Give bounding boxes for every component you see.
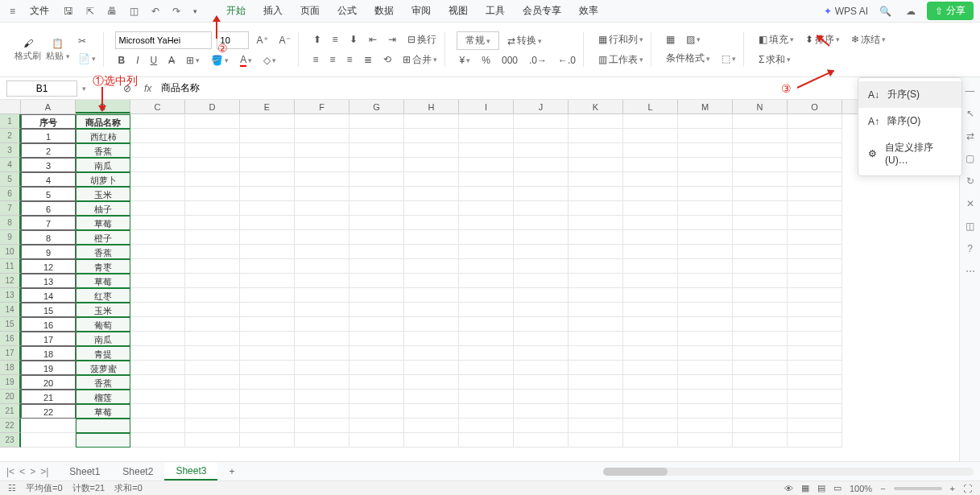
cell[interactable] bbox=[514, 288, 569, 303]
cell[interactable] bbox=[130, 158, 185, 172]
cell[interactable] bbox=[459, 346, 514, 361]
cell[interactable] bbox=[788, 433, 842, 448]
cell[interactable] bbox=[788, 216, 842, 230]
cell[interactable] bbox=[295, 216, 349, 230]
cell[interactable]: 16 bbox=[21, 317, 76, 332]
col-E[interactable]: E bbox=[240, 100, 295, 113]
cell[interactable] bbox=[295, 245, 349, 259]
cell[interactable] bbox=[185, 114, 240, 129]
cell[interactable] bbox=[295, 187, 349, 201]
cell[interactable] bbox=[185, 390, 240, 404]
cell[interactable] bbox=[514, 158, 569, 172]
cell[interactable]: 商品名称 bbox=[76, 114, 130, 129]
cell[interactable]: 序号 bbox=[21, 114, 76, 129]
cell[interactable] bbox=[130, 114, 185, 129]
cell[interactable] bbox=[459, 332, 514, 346]
cell[interactable] bbox=[569, 172, 623, 187]
orientation-icon[interactable]: ⟲ bbox=[380, 52, 395, 67]
cell[interactable] bbox=[514, 375, 569, 390]
cell[interactable] bbox=[569, 288, 623, 303]
clear-format-icon[interactable]: ◇▾ bbox=[260, 53, 279, 68]
cell[interactable] bbox=[349, 288, 404, 303]
cell[interactable] bbox=[349, 187, 404, 201]
cell[interactable] bbox=[788, 375, 842, 390]
cell[interactable] bbox=[623, 172, 678, 187]
cell[interactable] bbox=[678, 346, 733, 361]
font-name-select[interactable] bbox=[115, 31, 212, 49]
cell-style-icon[interactable]: ▨▾ bbox=[683, 32, 704, 47]
row-header[interactable]: 13 bbox=[0, 288, 21, 303]
cell[interactable] bbox=[404, 201, 459, 216]
cell[interactable] bbox=[514, 346, 569, 361]
row-header[interactable]: 6 bbox=[0, 187, 21, 201]
cell[interactable] bbox=[514, 332, 569, 346]
cell[interactable] bbox=[185, 129, 240, 143]
cell[interactable] bbox=[733, 419, 788, 433]
cell[interactable]: 榴莲 bbox=[76, 390, 130, 404]
row-header[interactable]: 15 bbox=[0, 317, 21, 332]
file-menu[interactable]: 文件 bbox=[25, 2, 54, 19]
cell[interactable] bbox=[733, 274, 788, 288]
cell[interactable]: 玉米 bbox=[76, 303, 130, 317]
cell[interactable] bbox=[569, 143, 623, 158]
cell[interactable] bbox=[349, 143, 404, 158]
col-M[interactable]: M bbox=[678, 100, 733, 113]
col-D[interactable]: D bbox=[185, 100, 240, 113]
cell[interactable] bbox=[788, 187, 842, 201]
cell[interactable] bbox=[569, 158, 623, 172]
cell[interactable] bbox=[404, 245, 459, 259]
cell[interactable] bbox=[678, 361, 733, 375]
cell[interactable] bbox=[733, 216, 788, 230]
cell[interactable] bbox=[404, 332, 459, 346]
cell[interactable] bbox=[295, 404, 349, 419]
cell[interactable] bbox=[733, 230, 788, 245]
cell[interactable] bbox=[295, 346, 349, 361]
strike-icon[interactable]: A̶ bbox=[165, 53, 178, 68]
cell[interactable] bbox=[404, 216, 459, 230]
cell[interactable] bbox=[404, 158, 459, 172]
cell[interactable] bbox=[459, 114, 514, 129]
cell[interactable] bbox=[459, 201, 514, 216]
cell[interactable] bbox=[295, 303, 349, 317]
cell[interactable] bbox=[623, 129, 678, 143]
cell[interactable] bbox=[678, 433, 733, 448]
cell[interactable] bbox=[678, 419, 733, 433]
cell[interactable] bbox=[788, 114, 842, 129]
wps-ai-button[interactable]: ✦WPS AI bbox=[824, 6, 868, 17]
sp-map-icon[interactable]: ◫ bbox=[966, 221, 974, 232]
tab-start[interactable]: 开始 bbox=[225, 1, 247, 21]
row-header[interactable]: 2 bbox=[0, 129, 21, 143]
cell[interactable] bbox=[788, 346, 842, 361]
cell[interactable] bbox=[240, 245, 295, 259]
cell[interactable] bbox=[569, 201, 623, 216]
undo-icon[interactable]: ↶ bbox=[148, 4, 163, 19]
cell[interactable]: 6 bbox=[21, 201, 76, 216]
cell[interactable] bbox=[130, 361, 185, 375]
cell[interactable]: 玉米 bbox=[76, 187, 130, 201]
cell[interactable] bbox=[459, 187, 514, 201]
cell[interactable] bbox=[514, 172, 569, 187]
row-header[interactable]: 10 bbox=[0, 245, 21, 259]
worksheet-button[interactable]: ▥ 工作表▾ bbox=[595, 52, 647, 68]
formula-input[interactable] bbox=[161, 80, 974, 97]
row-header[interactable]: 20 bbox=[0, 390, 21, 404]
cell[interactable] bbox=[404, 288, 459, 303]
row-header[interactable]: 17 bbox=[0, 346, 21, 361]
justify-icon[interactable]: ≣ bbox=[361, 52, 375, 67]
cell[interactable] bbox=[295, 332, 349, 346]
cell[interactable] bbox=[185, 419, 240, 433]
wrap-button[interactable]: ⊟ 换行 bbox=[404, 31, 440, 48]
menu-icon[interactable]: ≡ bbox=[6, 4, 19, 19]
number-format-select[interactable]: 常规 ▾ bbox=[457, 31, 499, 50]
cell[interactable] bbox=[733, 404, 788, 419]
row-header[interactable]: 22 bbox=[0, 419, 21, 433]
cell[interactable] bbox=[349, 201, 404, 216]
cell[interactable] bbox=[623, 346, 678, 361]
cell[interactable] bbox=[733, 114, 788, 129]
cell[interactable] bbox=[678, 259, 733, 274]
cell[interactable] bbox=[733, 172, 788, 187]
cell[interactable] bbox=[130, 317, 185, 332]
tab-insert[interactable]: 插入 bbox=[262, 1, 284, 21]
cell[interactable] bbox=[295, 433, 349, 448]
cell[interactable] bbox=[788, 158, 842, 172]
